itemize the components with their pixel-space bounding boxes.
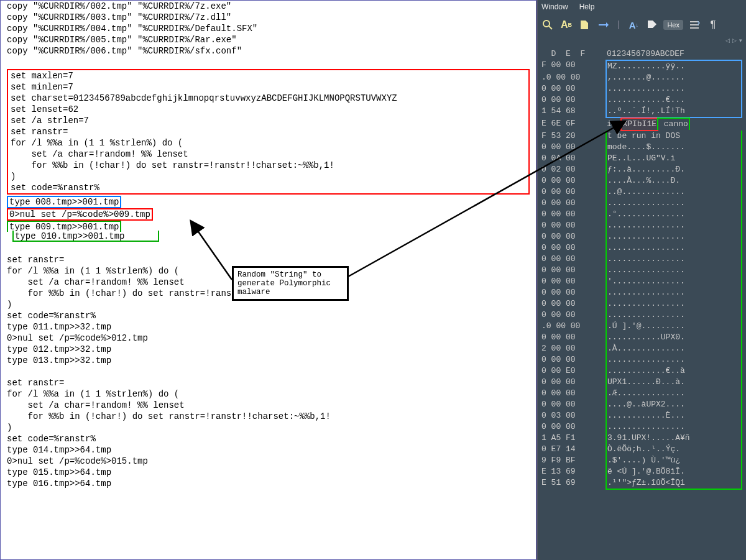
code-line: type 012.tmp>>32.tmp [7, 344, 530, 355]
hex-bytes: 0 00 00 [538, 198, 603, 209]
tab-next-icon[interactable]: ▷ [732, 37, 737, 44]
code-line: set /a strlen=7 [11, 115, 526, 126]
hex-row: 0 02 00ƒ:..à.........Ð. [538, 164, 744, 175]
hex-bytes: 0 00 00 [538, 242, 603, 254]
highlight-a-icon[interactable]: A↓ [626, 17, 641, 32]
hex-bytes: 0 00 00 [538, 142, 603, 153]
hex-mode-button[interactable]: Hex [663, 20, 683, 30]
hex-row: 0 00 00mode....$....... [538, 142, 744, 153]
code-line: set /a char=!random! %% lenset [7, 400, 530, 411]
hex-bytes: 0 00 00 [538, 276, 603, 287]
hex-ascii: ...........UPX0. [603, 332, 744, 343]
code-line: for /l %%a in (1 1 %strlen%) do ( [7, 388, 530, 400]
code-line: copy "%CURRDIR%/006.tmp" "%CURRDIR%/sfx.… [7, 45, 530, 57]
hex-bytes: 0 00 00 [538, 175, 603, 186]
hex-ascii: ................ [603, 310, 744, 321]
menu-help[interactable]: Help [579, 2, 595, 11]
hex-content: D E F 0123456789ABCDEF F 00 00MZ........… [538, 45, 746, 490]
hex-row: F 00 00MZ..........ÿÿ.. [538, 60, 744, 72]
code-line: for %%b in (!char!) do set ranstr=!ranst… [11, 160, 526, 171]
hex-row: 0 03 00............È... [538, 410, 744, 421]
tag-icon[interactable] [645, 17, 660, 32]
hex-bytes: 0 00 00 [538, 265, 603, 276]
hex-row: 0 00 00................ [538, 254, 744, 265]
tab-prev-icon[interactable]: ◁ [725, 37, 730, 44]
hex-row: 9 F9 BF.$'....) Ù.'™ù¿ [538, 455, 744, 466]
hex-ascii: ................ [603, 354, 744, 365]
code-line: type 013.tmp>>32.tmp [7, 355, 530, 366]
code-line: set ranstr= [7, 377, 530, 388]
hex-row: 0 00 00....@..àUPX2.... [538, 399, 744, 410]
tab-dropdown-icon[interactable]: ▾ [739, 37, 742, 44]
hex-bytes: 0 00 00 [538, 310, 603, 321]
code-line: set code=%ranstr% [7, 433, 530, 444]
hex-row: 0 00 00................ [538, 298, 744, 310]
hex-row: 0 E7 14Ò.êÕö;h..ˡ..Ýç. [538, 444, 744, 455]
hex-bytes: .0 00 00 [538, 72, 603, 83]
hex-row: 0 00 00................ [538, 231, 744, 242]
type-010-line: type 010.tmp>>001.tmp [14, 231, 124, 241]
hex-bytes: 0 00 00 [538, 209, 603, 220]
svg-rect-6 [690, 27, 699, 29]
hex-ascii: ..º..´.Í!,.LÍ!Th [603, 106, 744, 118]
code-line: type 014.tmp>>64.tmp [7, 444, 530, 456]
hex-ascii: mode....$....... [603, 142, 744, 153]
separator: | [616, 20, 621, 30]
hex-bytes: 9 F9 BF [538, 455, 603, 466]
hex-ascii: ,.......@....... [603, 72, 744, 83]
menu-bar: Window Help [538, 0, 746, 14]
hex-bytes: 0 00 00 [538, 186, 603, 198]
pilcrow-icon[interactable]: ¶ [706, 17, 721, 32]
code-line: set minlen=7 [11, 81, 526, 93]
tab-nav: ◁ ▷ ▾ [538, 36, 746, 45]
hex-header-left: D E F [538, 48, 603, 60]
hex-row: 0 00 E0............€..à [538, 365, 744, 377]
hex-bytes: 0 02 00 [538, 164, 603, 175]
hex-ascii: ................ [603, 242, 744, 254]
hex-ascii: .$'....) Ù.'™ù¿ [603, 455, 744, 466]
callout-line: generate Polymorphic [237, 279, 343, 288]
hex-row: 0 00 00UPX1......Ð...à. [538, 377, 744, 388]
hex-bytes: 0 03 00 [538, 410, 603, 421]
code-line: copy "%CURRDIR%/003.tmp" "%CURRDIR%/7z.d… [7, 12, 530, 23]
hex-ascii: ............È... [603, 410, 744, 421]
callout-line: Random "String" to [237, 270, 343, 279]
code-line: type 016.tmp>>64.tmp [7, 478, 530, 489]
hex-bytes: 0 00 00 [538, 332, 603, 343]
list-icon[interactable] [687, 17, 702, 32]
menu-window[interactable]: Window [541, 2, 568, 11]
hex-row: 0 00 00................ [538, 287, 744, 298]
code-line: type 011.tmp>>32.tmp [7, 321, 530, 333]
hex-ascii: UPX1......Ð...à. [603, 377, 744, 388]
hex-ascii: .°.............. [603, 209, 744, 220]
hex-row: F 53 20t be run in DOS [538, 131, 744, 142]
hex-row: 0 00 00'............... [538, 276, 744, 287]
hex-bytes: 0 00 00 [538, 377, 603, 388]
code-line: ) [7, 422, 530, 433]
hex-ascii: ....@..àUPX2.... [603, 399, 744, 410]
hex-row: 0 00 00................ [538, 265, 744, 276]
blank-line [7, 57, 530, 68]
hex-ascii: .À.............. [603, 343, 744, 354]
bookmark-icon[interactable] [578, 17, 592, 32]
green-box-bottom: type 010.tmp>>001.tmp [12, 231, 159, 242]
hex-ascii: Ò.êÕö;h..ˡ..Ýç. [603, 444, 744, 455]
find-replace-icon[interactable]: AB [559, 17, 574, 32]
set-code-line: 0>nul set /p=%code%>009.tmp [7, 208, 153, 221]
toolbar: AB | A↓ Hex ¶ [538, 14, 746, 36]
hex-ascii: ................ [603, 198, 744, 209]
search-icon[interactable] [540, 17, 555, 32]
code-line: set /a char=!random! %% lenset [11, 149, 526, 160]
hex-row: 0 00 00................ [538, 310, 744, 321]
hex-ascii: ................ [603, 220, 744, 231]
hex-row: 0 00 00................ [538, 242, 744, 254]
hex-ascii: PE..L...UG"V.ì [603, 153, 744, 164]
hex-ascii: .Ú ].'@......... [603, 321, 744, 332]
hex-ascii: is XPIbI1E canno [603, 118, 744, 131]
goto-icon[interactable] [596, 17, 611, 32]
blank-line [7, 366, 530, 377]
hex-row: 0 00 00................ [538, 198, 744, 209]
callout-line: malware [237, 288, 343, 296]
code-line: ) [11, 171, 526, 182]
code-line: set code=%ranstr% [11, 182, 526, 193]
